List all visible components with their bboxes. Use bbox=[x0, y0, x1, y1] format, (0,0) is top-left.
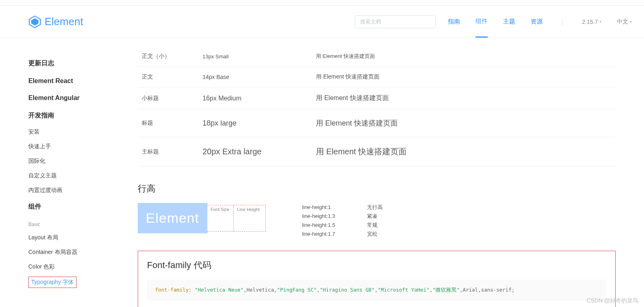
code-token: ,Arial,sans-serif; bbox=[460, 287, 514, 293]
lineheight-table: line-height:1无行高line-height:1.3紧凑line-he… bbox=[302, 203, 383, 239]
sidebar-item-react[interactable]: Element React bbox=[28, 72, 122, 90]
lang-dropdown[interactable]: 中文▾ bbox=[617, 18, 632, 26]
lh-val: 宽松 bbox=[367, 230, 377, 239]
version-dropdown[interactable]: 2.15.7▾ bbox=[582, 19, 601, 25]
lineheight-mark-fontsize: Font Size bbox=[207, 205, 234, 232]
code-token: font-family bbox=[155, 287, 189, 293]
chevron-down-icon: ▾ bbox=[599, 19, 601, 24]
sidebar-item-angular[interactable]: Element Angular bbox=[28, 90, 122, 107]
lh-val: 紧凑 bbox=[367, 212, 377, 221]
table-cell: 20px Extra large bbox=[198, 137, 312, 166]
nav-theme[interactable]: 主题 bbox=[503, 6, 515, 37]
sidebar-item-typography[interactable]: Typography 字体 bbox=[28, 277, 77, 288]
divider bbox=[562, 18, 563, 26]
fontfamily-heading: Font-family 代码 bbox=[147, 259, 606, 271]
header: Element 指南 组件 主题 资源 2.15.7▾ 中文▾ bbox=[0, 6, 644, 38]
table-cell: 正文（小） bbox=[138, 46, 198, 67]
logo-text: Element bbox=[45, 15, 83, 28]
code-token: "微软雅黑" bbox=[433, 287, 460, 293]
sidebar-item-changelog[interactable]: 更新日志 bbox=[28, 54, 122, 72]
sidebar-item-theme[interactable]: 自定义主题 bbox=[28, 168, 122, 183]
table-cell: 正文 bbox=[138, 67, 198, 87]
code-token: "Hiragino Sans GB" bbox=[320, 287, 374, 293]
sidebar-item-container[interactable]: Container 布局容器 bbox=[28, 245, 122, 260]
table-cell: 用 Element 快速搭建页面 bbox=[312, 46, 616, 67]
lineheight-sample: Element bbox=[138, 203, 207, 233]
lh-key: line-height:1.3 bbox=[302, 212, 343, 221]
fontfamily-code: font-family: "Helvetica Neue",Helvetica,… bbox=[147, 279, 606, 301]
sidebar-item-color[interactable]: Color 色彩 bbox=[28, 260, 122, 274]
sidebar-item-i18n[interactable]: 国际化 bbox=[28, 154, 122, 168]
nav-guide[interactable]: 指南 bbox=[448, 6, 460, 37]
lang-label: 中文 bbox=[617, 18, 628, 26]
table-cell: 标题 bbox=[138, 109, 198, 137]
nav-component[interactable]: 组件 bbox=[476, 6, 488, 38]
nav: 指南 组件 主题 资源 2.15.7▾ 中文▾ bbox=[448, 6, 632, 38]
table-row: 标题18px large用 Element 快速搭建页面 bbox=[138, 109, 616, 137]
table-row: 正文14px Base用 Element 快速搭建页面 bbox=[138, 67, 616, 87]
table-cell: 用 Element 快速搭建页面 bbox=[312, 109, 616, 137]
table-cell: 18px large bbox=[198, 109, 312, 137]
main-content: 正文（小）13px Small用 Element 快速搭建页面正文14px Ba… bbox=[122, 38, 616, 307]
lh-val: 常规 bbox=[367, 221, 377, 230]
sidebar: 更新日志 Element React Element Angular 开发指南 … bbox=[28, 38, 122, 307]
nav-resource[interactable]: 资源 bbox=[531, 6, 543, 37]
table-cell: 主标题 bbox=[138, 137, 198, 166]
code-token: "Microsoft YaHei" bbox=[377, 287, 429, 293]
table-cell: 用 Element 快速搭建页面 bbox=[312, 67, 616, 87]
sidebar-item-layout[interactable]: Layout 布局 bbox=[28, 230, 122, 245]
lineheight-row: line-height:1.7宽松 bbox=[302, 230, 383, 239]
lineheight-row: line-height:1无行高 bbox=[302, 203, 383, 212]
search-input[interactable] bbox=[355, 15, 436, 28]
sidebar-item-components[interactable]: 组件 bbox=[28, 198, 122, 216]
sidebar-group-basic: Basic bbox=[28, 216, 122, 230]
table-cell: 用 Element 快速搭建页面 bbox=[312, 87, 616, 109]
sidebar-item-quick[interactable]: 快速上手 bbox=[28, 139, 122, 154]
svg-marker-1 bbox=[31, 18, 38, 26]
table-cell: 14px Base bbox=[198, 67, 312, 87]
lh-val: 无行高 bbox=[367, 203, 383, 212]
table-cell: 16px Medium bbox=[198, 87, 312, 109]
logo[interactable]: Element bbox=[28, 15, 83, 28]
lineheight-section: Element Font Size Line Height line-heigh… bbox=[138, 203, 616, 239]
sidebar-item-install[interactable]: 安装 bbox=[28, 125, 122, 139]
version-label: 2.15.7 bbox=[582, 19, 598, 25]
table-row: 正文（小）13px Small用 Element 快速搭建页面 bbox=[138, 46, 616, 67]
code-token: ,Helvetica, bbox=[243, 287, 277, 293]
table-cell: 用 Element 快速搭建页面 bbox=[312, 137, 616, 166]
lineheight-diagram: Element Font Size Line Height bbox=[138, 203, 266, 233]
table-row: 主标题20px Extra large用 Element 快速搭建页面 bbox=[138, 137, 616, 166]
lh-key: line-height:1.5 bbox=[302, 221, 343, 230]
code-token: , bbox=[429, 287, 433, 293]
chevron-down-icon: ▾ bbox=[630, 19, 632, 24]
lineheight-row: line-height:1.5常规 bbox=[302, 221, 383, 230]
sidebar-item-transition[interactable]: 内置过渡动画 bbox=[28, 183, 122, 198]
table-row: 小标题16px Medium用 Element 快速搭建页面 bbox=[138, 87, 616, 109]
sidebar-item-devguide[interactable]: 开发指南 bbox=[28, 107, 122, 125]
lh-key: line-height:1.7 bbox=[302, 230, 343, 239]
table-cell: 小标题 bbox=[138, 87, 198, 109]
code-token: "PingFang SC" bbox=[277, 287, 317, 293]
lh-key: line-height:1 bbox=[302, 203, 343, 212]
code-token: "Helvetica Neue" bbox=[195, 287, 243, 293]
table-cell: 13px Small bbox=[198, 46, 312, 67]
code-token: : bbox=[189, 287, 195, 293]
lineheight-row: line-height:1.3紧凑 bbox=[302, 212, 383, 221]
lineheight-mark-lineheight: Line Height bbox=[234, 205, 266, 232]
element-logo-icon bbox=[28, 15, 41, 28]
fontfamily-box: Font-family 代码 font-family: "Helvetica N… bbox=[138, 251, 616, 307]
typography-table: 正文（小）13px Small用 Element 快速搭建页面正文14px Ba… bbox=[138, 46, 616, 166]
lineheight-heading: 行高 bbox=[138, 183, 616, 195]
